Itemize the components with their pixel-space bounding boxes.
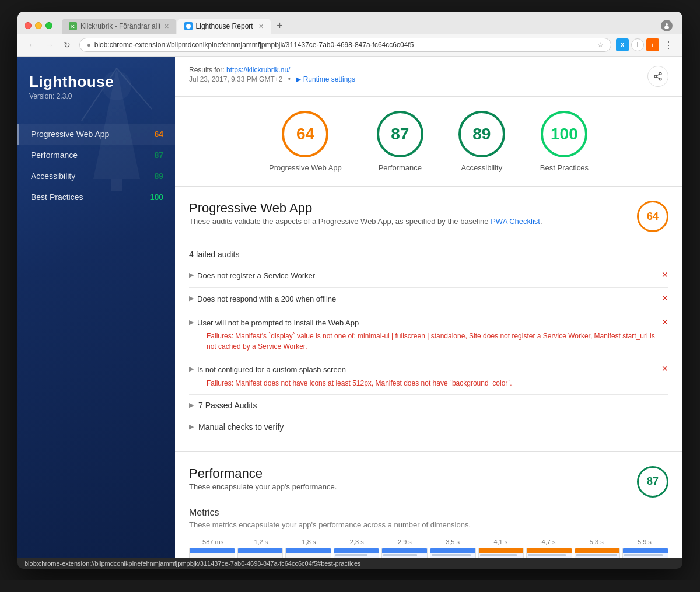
new-tab-button[interactable]: + [272, 17, 288, 34]
timeline-frame [430, 548, 476, 558]
audit-content: Is not configured for a custom splash sc… [197, 364, 512, 388]
sidebar-nav: Progressive Web App 64 Performance 87 Ac… [18, 124, 175, 208]
tabs-bar: K Klickrubrik - Förändrar allt × Lightho… [62, 17, 653, 34]
pwa-section-score: 64 [637, 201, 668, 232]
audit-fail-icon: ✕ [662, 270, 668, 279]
score-card-best-practices[interactable]: 100 Best Practices [540, 111, 589, 172]
audit-chevron[interactable]: ▶ [189, 271, 194, 279]
svg-point-0 [186, 24, 191, 29]
audit-text: User will not be prompted to Install the… [197, 317, 657, 329]
bp-score-label: Best Practices [540, 163, 589, 172]
bookmark-icon[interactable]: ☆ [597, 41, 604, 49]
a11y-score-circle: 89 [459, 111, 505, 157]
orange-extension[interactable]: i [646, 38, 659, 51]
perf-section-title: Performance [189, 466, 337, 481]
sidebar-nav-item-accessibility[interactable]: Accessibility 89 [18, 166, 175, 187]
manual-checks-header[interactable]: ▶ Manual checks to verify [189, 416, 668, 437]
info-extension[interactable]: i [631, 38, 644, 51]
svg-line-12 [657, 74, 660, 76]
twitter-extension[interactable]: X [616, 38, 629, 51]
toolbar-extensions: X i i ⋮ [616, 38, 676, 52]
score-card-pwa[interactable]: 64 Progressive Web App [269, 111, 342, 172]
sidebar-nav-item-best-practices[interactable]: Best Practices 100 [18, 187, 175, 208]
sidebar-nav-label: Progressive Web App [31, 129, 109, 139]
pwa-section-title-group: Progressive Web App These audits validat… [189, 201, 542, 239]
main-panel[interactable]: Results for: https://klickrubrik.nu/ Jul… [175, 57, 682, 558]
report-url-link[interactable]: https://klickrubrik.nu/ [226, 66, 290, 74]
address-text: blob:chrome-extension://blipmdconlkpinef… [94, 41, 594, 49]
tab2-close[interactable]: × [258, 22, 263, 30]
timeline-frame [526, 548, 572, 558]
chrome-menu[interactable]: ⋮ [662, 38, 676, 52]
app-version: Version: 2.3.0 [29, 92, 163, 100]
sidebar-nav-label: Best Practices [31, 192, 83, 202]
forward-button[interactable]: → [42, 37, 57, 52]
bp-score-value: 100 [551, 125, 578, 143]
runtime-settings-link[interactable]: ▶ Runtime settings [296, 75, 355, 83]
perf-score-label: Performance [379, 163, 422, 172]
pwa-score-circle: 64 [282, 111, 328, 157]
pwa-section-score-value: 64 [647, 211, 659, 223]
sidebar-nav-item-progressive-web-app[interactable]: Progressive Web App 64 [18, 124, 175, 145]
back-button[interactable]: ← [24, 37, 40, 52]
tab1-close[interactable]: × [164, 22, 169, 30]
address-bar[interactable]: ● blob:chrome-extension://blipmdconlkpin… [79, 38, 611, 52]
metrics-header: Metrics [189, 507, 668, 518]
tab-lighthouse[interactable]: Lighthouse Report × [177, 19, 271, 34]
pwa-score-value: 64 [296, 125, 314, 143]
report-date-text: Jul 23, 2017, 9:33 PM GMT+2 [189, 75, 282, 83]
tab-klickrubrik[interactable]: K Klickrubrik - Förändrar allt × [62, 19, 176, 34]
bp-score-circle: 100 [541, 111, 587, 157]
audit-left: ▶ User will not be prompted to Install t… [189, 317, 657, 352]
audit-item-install: ▶ User will not be prompted to Install t… [189, 311, 668, 358]
timeline-frame [622, 548, 668, 558]
timeline-label: 1,2 s [237, 538, 285, 545]
perf-section-header: Performance These encapsulate your app's… [189, 466, 668, 505]
audit-row: ▶ Does not respond with a 200 when offli… [189, 293, 668, 305]
tab2-title: Lighthouse Report [196, 22, 256, 30]
sidebar-nav-score: 64 [154, 129, 163, 139]
audit-left: ▶ Is not configured for a custom splash … [189, 364, 657, 388]
audit-chevron[interactable]: ▶ [189, 318, 194, 326]
sidebar-nav-item-performance[interactable]: Performance 87 [18, 145, 175, 166]
maximize-button[interactable] [46, 22, 52, 29]
pwa-score-label: Progressive Web App [269, 163, 342, 172]
pwa-section-header: Progressive Web App These audits validat… [189, 201, 668, 239]
close-button[interactable] [24, 22, 32, 29]
metrics-desc: These metrics encapsulate your app's per… [189, 520, 668, 529]
sidebar-nav-score: 87 [154, 150, 163, 160]
audit-failure-text: Failures: Manifest's `display` value is … [206, 331, 657, 352]
timeline-label: 4,1 s [477, 538, 524, 545]
failed-audits-header: 4 failed audits [189, 243, 668, 264]
timeline-label: 1,8 s [285, 538, 332, 545]
timeline-label: 2,9 s [381, 538, 429, 545]
minimize-button[interactable] [35, 22, 42, 29]
share-button[interactable] [648, 66, 668, 87]
browser-toolbar: ← → ↻ ● blob:chrome-extension://blipmdco… [18, 34, 682, 57]
audit-chevron[interactable]: ▶ [189, 295, 194, 302]
score-card-accessibility[interactable]: 89 Accessibility [459, 111, 505, 172]
passed-audits-header[interactable]: ▶ 7 Passed Audits [189, 394, 668, 416]
audit-item-service-worker: ▶ Does not register a Service Worker ✕ [189, 264, 668, 288]
timeline-frame [285, 548, 331, 558]
separator: • [288, 75, 293, 83]
results-for-label: Results for: [189, 66, 225, 74]
timeline-frame [237, 548, 284, 558]
audit-fail-icon: ✕ [662, 317, 668, 327]
audit-left: ▶ Does not register a Service Worker [189, 270, 657, 282]
svg-point-2 [664, 26, 669, 29]
status-url: blob:chrome-extension://blipmdconlkpinef… [24, 560, 361, 567]
manual-checks-label: Manual checks to verify [198, 422, 284, 432]
audit-fail-icon: ✕ [662, 364, 668, 373]
score-card-performance[interactable]: 87 Performance [377, 111, 424, 172]
audit-item-offline: ▶ Does not respond with a 200 when offli… [189, 287, 668, 311]
sidebar-nav-score: 89 [154, 171, 163, 181]
pwa-checklist-link[interactable]: PWA Checklist [491, 217, 540, 226]
svg-point-8 [659, 72, 662, 75]
sidebar-nav-label: Accessibility [31, 171, 75, 181]
refresh-button[interactable]: ↻ [60, 37, 75, 52]
audit-item-splash: ▶ Is not configured for a custom splash … [189, 358, 668, 394]
passed-audits-label: 7 Passed Audits [198, 401, 257, 410]
audit-chevron[interactable]: ▶ [189, 365, 194, 373]
lock-icon: ● [87, 41, 91, 48]
